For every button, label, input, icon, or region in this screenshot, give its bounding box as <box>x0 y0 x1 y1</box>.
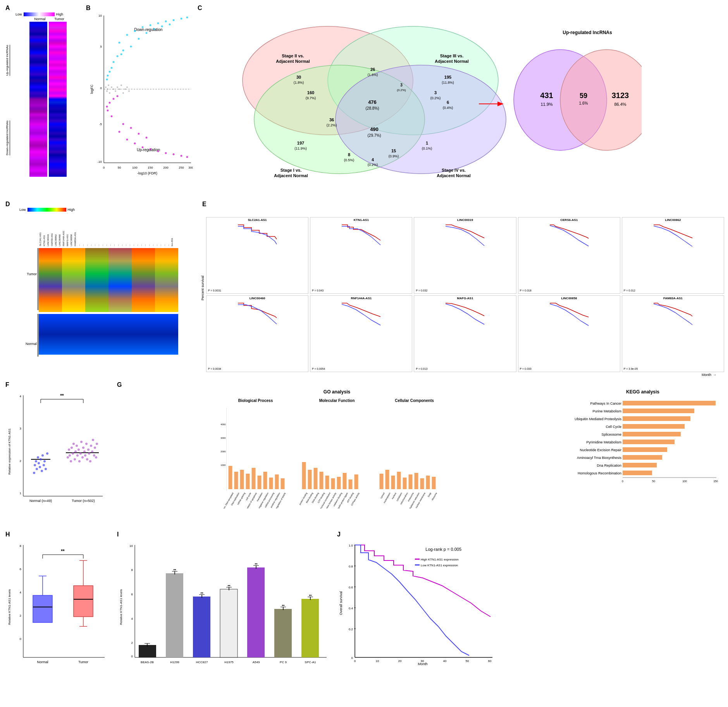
svg-point-24 <box>119 88 120 90</box>
svg-point-33 <box>142 26 144 28</box>
svg-rect-229 <box>325 476 329 489</box>
svg-text:...: ... <box>78 244 80 246</box>
svg-point-185 <box>80 441 83 443</box>
normal-dots <box>31 452 50 474</box>
svg-point-26 <box>122 92 124 94</box>
kegg-svg: Pathways In Cancer Purine Metabolism Ubi… <box>561 396 724 509</box>
svg-point-67 <box>146 137 148 139</box>
svg-rect-254 <box>432 477 436 489</box>
svg-text:ribosome: ribosome <box>431 492 438 501</box>
n195: 195 <box>444 75 451 79</box>
svg-point-179 <box>74 450 77 453</box>
svg-text:2: 2 <box>20 459 22 463</box>
e-xaxis: Month <box>702 373 711 377</box>
svg-text:...: ... <box>167 244 169 246</box>
svg-point-25 <box>120 84 122 86</box>
panel-g: G GO analysis Biological Process Molecul… <box>115 381 724 520</box>
svg-rect-232 <box>343 473 347 489</box>
svg-text:...: ... <box>136 244 138 246</box>
svg-rect-277 <box>623 424 685 429</box>
svg-point-41 <box>130 46 132 48</box>
svg-text:0: 0 <box>100 86 102 90</box>
svg-point-189 <box>84 454 86 457</box>
barchart-svg: Relative KTN1-AS1 levels 10 8 6 4 2 0 **… <box>117 537 330 692</box>
svg-point-17 <box>107 88 108 90</box>
svg-point-188 <box>83 450 86 453</box>
svg-point-29 <box>128 90 130 92</box>
svg-point-157 <box>35 460 37 462</box>
svg-point-173 <box>69 454 71 457</box>
svg-rect-245 <box>380 474 384 489</box>
svg-rect-251 <box>415 473 418 489</box>
f-group2: Tumor (n=502) <box>72 499 95 503</box>
svg-point-201 <box>96 443 98 445</box>
svg-rect-279 <box>623 432 681 436</box>
venn2-poverlap: 1.6% <box>579 101 588 105</box>
svg-rect-325 <box>139 645 156 657</box>
stage4-label: Stage IV vs. <box>442 168 466 172</box>
n30: 30 <box>296 75 301 79</box>
j-legend-high: High KTN1-AS1 expression <box>421 558 459 561</box>
svg-text:...: ... <box>144 244 146 246</box>
svg-point-15 <box>105 86 107 88</box>
svg-point-66 <box>138 133 140 135</box>
svg-text:(2.2%): (2.2%) <box>327 123 337 127</box>
svg-point-194 <box>89 460 91 462</box>
svg-rect-372 <box>415 559 420 560</box>
svg-text:(1.6%): (1.6%) <box>368 73 378 77</box>
svg-rect-336 <box>301 599 319 657</box>
svg-text:Adjacent Normal: Adjacent Normal <box>274 173 308 178</box>
svg-text:...: ... <box>101 244 103 246</box>
svg-text:...: ... <box>117 244 119 246</box>
panel-e-label: E <box>202 201 207 208</box>
n160: 160 <box>307 90 314 95</box>
svg-text:(28.8%): (28.8%) <box>365 106 379 110</box>
venn2-right: 3123 <box>612 91 629 100</box>
svg-text:1000: 1000 <box>220 464 226 466</box>
svg-text:2000: 2000 <box>220 450 226 453</box>
panel-i-label: I <box>117 531 119 538</box>
svg-point-34 <box>150 24 151 26</box>
down-regulation-label: Down-regulation <box>134 28 163 32</box>
survival-linc460: LINC00460 P = 0.0034 <box>206 295 308 372</box>
svg-rect-227 <box>314 468 318 489</box>
gene-linc862: LINC00862 <box>623 218 723 222</box>
pval-slc2a1: P = 0.0031 <box>208 289 221 292</box>
svg-point-166 <box>43 460 46 462</box>
svg-rect-248 <box>397 472 401 489</box>
svg-point-44 <box>153 28 155 30</box>
heatmap-normal-col <box>29 22 47 177</box>
downreg-label: Down-regulated lncRNAs <box>5 121 10 155</box>
svg-point-23 <box>117 86 118 88</box>
svg-text:...: ... <box>97 244 100 246</box>
svg-rect-225 <box>302 462 306 489</box>
svg-text:200: 200 <box>163 166 169 169</box>
panel-c-label: C <box>198 5 202 12</box>
svg-text:8: 8 <box>20 544 22 548</box>
svg-text:nucleus: nucleus <box>391 492 397 500</box>
svg-point-68 <box>111 116 113 117</box>
h-normal: Normal <box>37 660 48 664</box>
normal-label: Normal <box>32 17 48 21</box>
svg-text:...: ... <box>155 244 158 246</box>
svg-point-176 <box>72 452 74 455</box>
pval-linc460: P = 0.0034 <box>208 367 221 370</box>
f-yaxis: Relative expression of KTN1-AS1 <box>8 428 11 475</box>
svg-point-187 <box>82 447 84 449</box>
svg-text:0.8: 0.8 <box>349 565 353 568</box>
svg-text:...: ... <box>151 244 154 246</box>
svg-text:1: 1 <box>20 491 22 495</box>
stage1-label: Stage I vs. <box>281 168 301 172</box>
i-a549: A549 <box>253 660 260 664</box>
svg-text:1.0: 1.0 <box>349 544 353 547</box>
svg-text:protein binding: protein binding <box>299 492 308 505</box>
svg-rect-328 <box>193 597 210 657</box>
svg-point-164 <box>41 454 44 457</box>
svg-text:300: 300 <box>188 166 193 169</box>
svg-point-196 <box>91 450 93 453</box>
svg-point-193 <box>88 452 90 455</box>
svg-text:Normal: Normal <box>26 342 37 346</box>
svg-text:LINC00460: LINC00460 <box>59 234 61 246</box>
svg-rect-143 <box>108 248 132 312</box>
h-significance: ** <box>61 548 65 554</box>
